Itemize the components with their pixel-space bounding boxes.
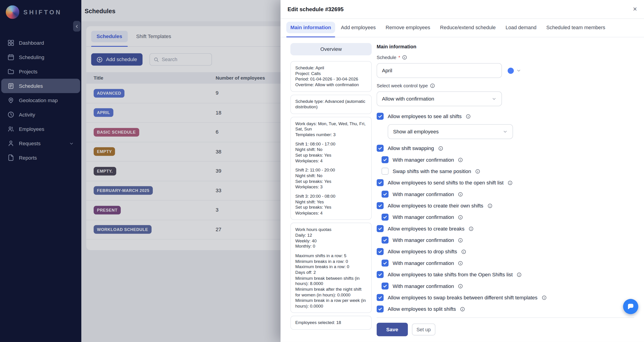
info-icon[interactable] bbox=[542, 295, 546, 300]
tab-reduce-extend-schedule[interactable]: Reduce/extend schedule bbox=[436, 22, 500, 37]
checkbox-with-manager-confirmation[interactable] bbox=[382, 237, 389, 244]
overview-line: Workplaces: 4 bbox=[295, 210, 367, 216]
checkbox-with-manager-confirmation[interactable] bbox=[382, 283, 389, 290]
checkbox-option: Allow employees to create breaks bbox=[376, 225, 634, 232]
info-icon[interactable] bbox=[468, 226, 474, 231]
info-icon[interactable] bbox=[466, 114, 471, 119]
tab-add-employees[interactable]: Add employees bbox=[337, 22, 380, 37]
modal-tabs: Main informationAdd employeesRemove empl… bbox=[280, 19, 644, 37]
info-icon[interactable] bbox=[458, 284, 463, 289]
info-icon[interactable] bbox=[458, 215, 463, 220]
info-icon[interactable] bbox=[517, 272, 522, 277]
overview-line: Overtime: Allow with confirmation bbox=[295, 82, 367, 88]
overview-line: Maximum shifts in a row: 5 bbox=[295, 253, 367, 259]
close-icon[interactable]: × bbox=[633, 6, 637, 13]
schedule-name-input[interactable] bbox=[376, 63, 502, 78]
checkbox-allow-employees-to-send-shifts-to-the-open-shift-list[interactable] bbox=[376, 179, 384, 186]
overview-line: Minimum break between shifts (in hours):… bbox=[295, 275, 367, 287]
checkbox-option: Allow employees to split shifts bbox=[376, 306, 634, 313]
overview-group: Work days: Mon, Tue, Wed, Thu, Fri, Sat,… bbox=[295, 121, 367, 138]
employees-visibility-select[interactable]: Show all employees bbox=[388, 124, 513, 139]
week-control-value: Allow with confirmation bbox=[382, 96, 434, 102]
overview-button[interactable]: Overview bbox=[290, 43, 372, 55]
overview-group: Shift 2: 11:00 - 20:00Night shift: NoSet… bbox=[295, 167, 367, 190]
overview-line: Shift 2: 11:00 - 20:00 bbox=[295, 167, 367, 173]
checkbox-allow-employees-to-swap-breaks-between-different-shift-templates[interactable] bbox=[376, 294, 384, 301]
check-icon bbox=[383, 192, 387, 196]
week-control-select[interactable]: Allow with confirmation bbox=[376, 91, 502, 106]
modal-title: Edit schedule #32695 bbox=[288, 6, 344, 12]
check-icon bbox=[378, 307, 382, 311]
checkbox-with-manager-confirmation[interactable] bbox=[382, 214, 389, 221]
info-icon[interactable] bbox=[461, 249, 466, 254]
checkbox-label: With manager confirmation bbox=[392, 260, 454, 266]
overview-line: Shift 1: 08:00 - 17:00 bbox=[295, 141, 367, 147]
checkbox-allow-employees-to-create-breaks[interactable] bbox=[376, 225, 384, 232]
checkbox-allow-employees-to-see-all-shifts[interactable] bbox=[376, 113, 384, 120]
tab-load-demand[interactable]: Load demand bbox=[502, 22, 540, 37]
check-icon bbox=[378, 226, 382, 231]
info-icon[interactable] bbox=[508, 180, 513, 185]
tab-main-information[interactable]: Main information bbox=[286, 22, 335, 37]
info-icon[interactable] bbox=[430, 83, 435, 88]
tab-scheduled-team-members[interactable]: Scheduled team members bbox=[542, 22, 609, 37]
info-icon[interactable] bbox=[438, 146, 443, 151]
checkbox-option: Allow shift swapping bbox=[376, 145, 634, 152]
checkbox-with-manager-confirmation[interactable] bbox=[382, 156, 389, 163]
checkbox-label: Allow employees to take shifts from the … bbox=[388, 272, 513, 277]
check-icon bbox=[383, 284, 387, 288]
checkbox-allow-employees-to-drop-shifts[interactable] bbox=[376, 248, 384, 255]
overview-group: Maximum shifts in a row: 5Minimum breaks… bbox=[295, 253, 367, 309]
permission-options: Allow employees to see all shiftsShow al… bbox=[376, 113, 634, 317]
checkbox-allow-shift-swapping[interactable] bbox=[376, 145, 384, 152]
info-icon[interactable] bbox=[460, 307, 465, 312]
info-icon[interactable] bbox=[458, 238, 463, 243]
overview-line: Workplaces: 3 bbox=[295, 184, 367, 190]
tab-label: Scheduled team members bbox=[542, 22, 609, 33]
info-icon[interactable] bbox=[475, 169, 480, 174]
tab-remove-employees[interactable]: Remove employees bbox=[382, 22, 434, 37]
checkbox-option: Allow employees to send shifts to the op… bbox=[376, 179, 634, 186]
checkbox-label: Allow employees to swap breaks between d… bbox=[388, 295, 538, 300]
tab-label: Load demand bbox=[502, 22, 540, 33]
chevron-down-icon bbox=[492, 96, 497, 101]
checkbox-with-manager-confirmation[interactable] bbox=[382, 191, 389, 198]
setup-button[interactable]: Set up bbox=[412, 324, 435, 336]
overview-line: Monthly: 0 bbox=[295, 244, 367, 249]
chat-widget-button[interactable] bbox=[623, 299, 638, 314]
checkbox-option: Allow employees to drop shifts bbox=[376, 248, 634, 255]
checkbox-option: With manager confirmation bbox=[382, 156, 634, 163]
checkbox-label: Allow employees to send shifts to the op… bbox=[388, 180, 504, 185]
chevron-down-icon bbox=[503, 129, 508, 134]
info-icon[interactable] bbox=[458, 192, 463, 197]
overview-line: Shift 3: 20:00 - 08:00 bbox=[295, 193, 367, 199]
checkbox-allow-employees-to-create-their-own-shifts[interactable] bbox=[376, 202, 384, 209]
checkbox-label: Allow employees to create their own shif… bbox=[388, 203, 484, 208]
info-icon[interactable] bbox=[402, 55, 408, 60]
schedule-color-picker[interactable] bbox=[506, 66, 523, 75]
info-icon[interactable] bbox=[458, 261, 463, 266]
overview-group: Shift 3: 20:00 - 08:00Night shift: YesSe… bbox=[295, 193, 367, 216]
checkbox-with-manager-confirmation[interactable] bbox=[382, 259, 389, 267]
overview-line: Daily: 12 bbox=[295, 233, 367, 238]
overview-card: Employees selected: 18 bbox=[290, 316, 372, 330]
color-swatch bbox=[508, 67, 514, 74]
check-icon bbox=[378, 249, 382, 254]
info-icon[interactable] bbox=[487, 203, 492, 208]
overview-card: Schedule: AprilProject: CallsPeriod: 01-… bbox=[290, 61, 372, 92]
checkbox-allow-employees-to-split-shifts[interactable] bbox=[376, 306, 384, 313]
checkbox-swap-shifts-with-the-same-position[interactable] bbox=[382, 168, 389, 175]
checkbox-allow-employees-to-take-shifts-from-the-open-shifts-list[interactable] bbox=[376, 271, 384, 278]
overview-line: Days off: 2 bbox=[295, 270, 367, 275]
overview-line: Work days: Mon, Tue, Wed, Thu, Fri, Sat,… bbox=[295, 121, 367, 132]
info-icon[interactable] bbox=[458, 157, 463, 162]
week-control-label: Select week control type bbox=[376, 83, 634, 88]
checkbox-label: With manager confirmation bbox=[392, 214, 454, 220]
checkbox-label: Allow employees to create breaks bbox=[388, 226, 464, 231]
check-icon bbox=[383, 158, 387, 162]
chevron-down-icon bbox=[516, 68, 521, 73]
checkbox-label: Allow employees to split shifts bbox=[388, 306, 456, 312]
check-icon bbox=[378, 203, 382, 208]
save-button[interactable]: Save bbox=[376, 323, 408, 336]
modal-header: Edit schedule #32695 × bbox=[280, 0, 644, 19]
